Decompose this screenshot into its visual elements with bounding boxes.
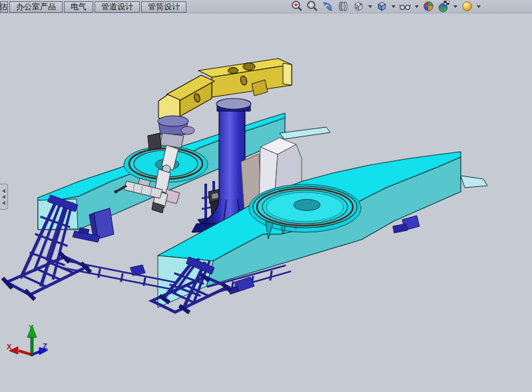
edit-appearance-icon[interactable]	[422, 0, 435, 13]
tab-piping-design[interactable]: 管道设计	[95, 1, 140, 13]
right-beam-rotary-disc[interactable]	[253, 186, 357, 228]
command-tab-bar: 估 办公室产品 电气 管道设计 管筒设计	[0, 0, 532, 13]
hide-show-items-icon[interactable]	[399, 0, 411, 13]
tab-evaluate-clipped[interactable]: 估	[0, 1, 8, 13]
previous-view-icon[interactable]	[322, 0, 334, 13]
feature-panel-collapse-handle[interactable]	[0, 184, 8, 210]
collapse-arrow-icon	[2, 189, 5, 193]
collapse-arrow-icon	[2, 195, 5, 199]
zoom-to-area-icon[interactable]	[306, 0, 319, 13]
triad-y-label: Y	[29, 323, 34, 331]
tab-label: 管道设计	[101, 1, 133, 13]
tab-label: 办公室产品	[16, 1, 56, 13]
cad-application-window: X Y Z 估 办公室产品 电气 管道设计 管筒设计	[0, 0, 532, 392]
collapse-arrow-icon	[2, 201, 5, 205]
tab-electrical[interactable]: 电气	[64, 1, 93, 13]
section-view-icon[interactable]	[337, 0, 350, 13]
tab-label: 估	[0, 1, 7, 13]
apply-scene-icon[interactable]	[437, 0, 450, 13]
triad-x-label: X	[7, 343, 12, 351]
triad-z-label: Z	[43, 342, 47, 350]
graphics-area[interactable]: X Y Z	[0, 0, 532, 392]
tab-label: 管筒设计	[148, 1, 180, 13]
apply-scene-dropdown-icon[interactable]	[453, 2, 458, 11]
tab-tubing-design[interactable]: 管筒设计	[141, 1, 186, 13]
zoom-to-fit-icon[interactable]	[291, 0, 304, 13]
view-settings-icon[interactable]	[461, 0, 473, 13]
column-top-flange	[216, 98, 251, 109]
tab-office-products[interactable]: 办公室产品	[9, 1, 63, 13]
view-orientation-icon[interactable]	[352, 0, 365, 13]
heads-up-view-toolbar	[291, 0, 481, 13]
view-settings-dropdown-icon[interactable]	[476, 2, 481, 11]
hide-show-items-dropdown-icon[interactable]	[414, 2, 419, 11]
tab-label: 电气	[71, 1, 87, 13]
display-style-icon[interactable]	[376, 0, 388, 13]
display-style-dropdown-icon[interactable]	[391, 2, 396, 11]
view-orientation-dropdown-icon[interactable]	[368, 2, 373, 11]
